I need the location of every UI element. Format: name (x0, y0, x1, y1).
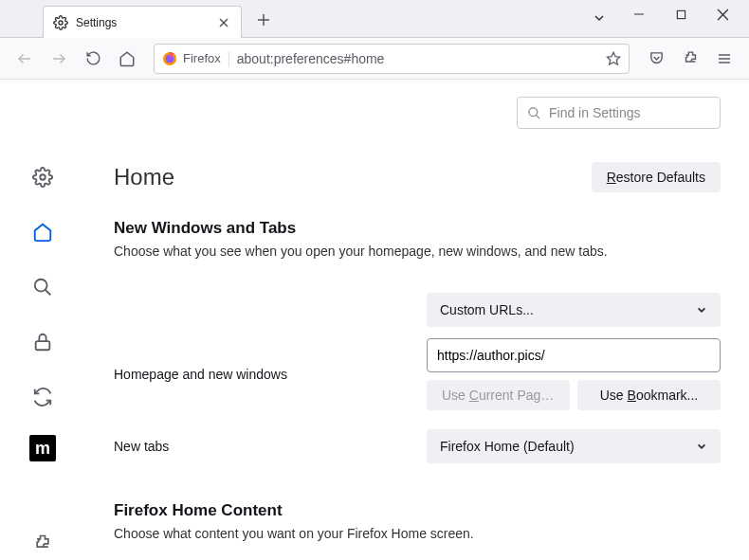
app-menu-button[interactable] (709, 44, 740, 74)
back-button[interactable] (9, 44, 40, 74)
svg-point-21 (529, 107, 538, 116)
settings-search-input[interactable]: Find in Settings (517, 97, 721, 129)
settings-sidebar: m (0, 80, 85, 560)
gear-icon (53, 15, 68, 30)
homepage-label: Homepage and new windows (114, 367, 427, 382)
svg-point-18 (35, 280, 47, 292)
homepage-url-input[interactable] (427, 338, 721, 372)
search-placeholder: Find in Settings (549, 105, 641, 120)
tabs-dropdown-button[interactable] (580, 4, 618, 32)
newtabs-mode-value: Firefox Home (Default) (440, 439, 575, 454)
close-tab-icon[interactable] (216, 15, 231, 30)
section-heading-windows-tabs: New Windows and Tabs (114, 219, 721, 238)
tab-title: Settings (76, 16, 216, 29)
sidebar-item-privacy[interactable] (26, 325, 60, 359)
svg-marker-13 (607, 52, 619, 64)
home-button[interactable] (112, 44, 142, 74)
svg-rect-20 (36, 341, 50, 350)
sidebar-item-extension-m[interactable]: m (29, 435, 56, 461)
sidebar-item-search[interactable] (26, 270, 60, 304)
new-tab-button[interactable] (249, 6, 278, 34)
newtabs-label: New tabs (114, 439, 427, 454)
chevron-down-icon (696, 304, 707, 316)
section-heading-home-content: Firefox Home Content (114, 501, 721, 520)
window-maximize-button[interactable] (660, 0, 702, 28)
section-desc-home-content: Choose what content you want on your Fir… (114, 526, 721, 541)
svg-point-17 (40, 174, 46, 180)
svg-point-0 (59, 21, 63, 25)
pocket-button[interactable] (641, 44, 671, 74)
use-bookmark-button[interactable]: Use Bookmark... (577, 380, 721, 410)
chevron-down-icon (696, 441, 707, 452)
bookmark-star-icon[interactable] (606, 51, 621, 66)
restore-defaults-button[interactable]: Restore Defaults (592, 162, 721, 192)
use-current-pages-button[interactable]: Use Current Pages (427, 380, 570, 410)
sidebar-item-sync[interactable] (26, 380, 60, 414)
url-bar[interactable]: Firefox about:preferences#home (154, 44, 630, 74)
identity-label: Firefox (183, 51, 221, 65)
sidebar-item-general[interactable] (26, 160, 60, 194)
url-text: about:preferences#home (237, 51, 606, 66)
reload-button[interactable] (78, 44, 108, 74)
svg-line-19 (46, 290, 51, 296)
identity-box[interactable]: Firefox (162, 51, 229, 66)
firefox-logo-icon (162, 51, 177, 66)
window-close-button[interactable] (702, 0, 743, 28)
newtabs-mode-select[interactable]: Firefox Home (Default) (427, 429, 721, 463)
extensions-button[interactable] (675, 44, 705, 74)
page-title: Home (114, 164, 174, 190)
homepage-mode-value: Custom URLs... (440, 302, 534, 317)
homepage-mode-select[interactable]: Custom URLs... (427, 293, 721, 327)
window-minimize-button[interactable] (618, 0, 660, 28)
browser-tab[interactable]: Settings (43, 6, 242, 38)
section-desc-windows-tabs: Choose what you see when you open your h… (114, 244, 721, 259)
svg-line-22 (536, 115, 539, 118)
sidebar-item-extensions[interactable] (26, 526, 60, 560)
sidebar-item-home[interactable] (26, 215, 60, 249)
svg-rect-6 (677, 10, 685, 18)
search-icon (527, 106, 541, 120)
forward-button[interactable] (44, 44, 74, 74)
